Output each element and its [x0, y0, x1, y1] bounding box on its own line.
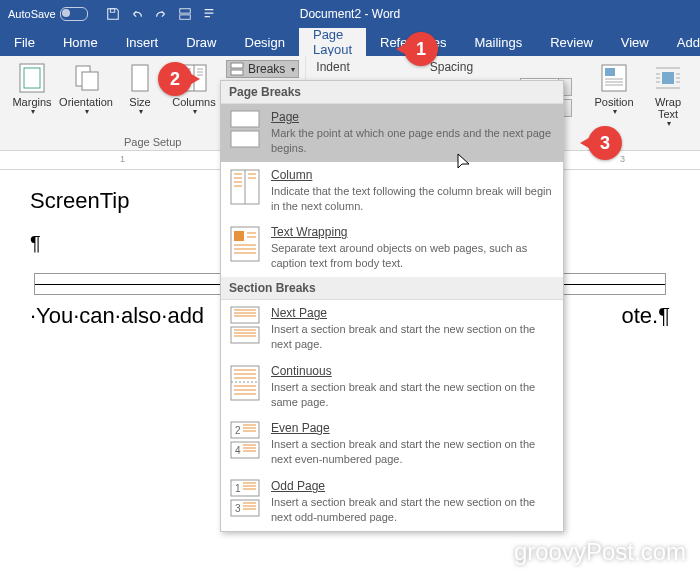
section-breaks-header: Section Breaks	[221, 277, 563, 300]
svg-text:4: 4	[235, 445, 241, 456]
svg-rect-15	[231, 111, 259, 127]
watermark: groovyPost.com	[514, 538, 686, 566]
indent-label: Indent	[316, 60, 349, 74]
column-break-icon	[229, 168, 261, 206]
menu-insert[interactable]: Insert	[112, 28, 173, 56]
margins-icon	[16, 62, 48, 94]
break-oddpage-item[interactable]: 13 Odd PageInsert a section break and st…	[221, 473, 563, 531]
callout-3: 3	[588, 126, 622, 160]
size-button[interactable]: Size▾	[114, 60, 166, 119]
menu-file[interactable]: File	[0, 28, 49, 56]
menu-view[interactable]: View	[607, 28, 663, 56]
toggle-off-icon[interactable]	[60, 7, 88, 21]
page-breaks-header: Page Breaks	[221, 81, 563, 104]
menu-review[interactable]: Review	[536, 28, 607, 56]
breaks-icon[interactable]	[178, 7, 192, 21]
svg-rect-23	[231, 366, 259, 400]
cursor-icon	[456, 152, 472, 172]
textwrap-break-icon	[229, 225, 261, 263]
svg-rect-21	[231, 307, 259, 323]
menu-design[interactable]: Design	[231, 28, 299, 56]
autosave-toggle[interactable]: AutoSave	[8, 7, 88, 21]
redo-icon[interactable]	[154, 7, 168, 21]
svg-rect-11	[231, 70, 243, 75]
svg-rect-22	[231, 327, 259, 343]
svg-rect-16	[231, 131, 259, 147]
callout-1: 1	[404, 32, 438, 66]
continuous-icon	[229, 364, 261, 402]
position-icon	[598, 62, 630, 94]
undo-icon[interactable]	[130, 7, 144, 21]
menu-bar: File Home Insert Draw Design Page Layout…	[0, 28, 700, 56]
margins-button[interactable]: Margins▾	[6, 60, 58, 119]
wrap-text-icon	[652, 62, 684, 94]
svg-rect-2	[179, 15, 190, 19]
svg-rect-14	[662, 72, 674, 84]
break-column-item[interactable]: ColumnIndicate that the text following t…	[221, 162, 563, 220]
breaks-dropdown: Page Breaks PageMark the point at which …	[220, 80, 564, 532]
breaks-small-icon	[230, 62, 244, 76]
breaks-button[interactable]: Breaks▾	[226, 60, 299, 78]
wrap-text-button[interactable]: Wrap Text▾	[642, 60, 694, 146]
callout-2: 2	[158, 62, 192, 96]
page-break-icon	[229, 110, 261, 148]
break-page-item[interactable]: PageMark the point at which one page end…	[221, 104, 563, 162]
document-title: Document2 - Word	[300, 7, 400, 21]
quick-access-toolbar	[106, 7, 216, 21]
spacing-label: Spacing	[430, 60, 473, 74]
svg-rect-6	[82, 72, 98, 90]
size-icon	[124, 62, 156, 94]
oddpage-icon: 13	[229, 479, 261, 517]
svg-text:3: 3	[235, 503, 241, 514]
menu-home[interactable]: Home	[49, 28, 112, 56]
svg-rect-7	[132, 65, 148, 91]
menu-page-layout[interactable]: Page Layout	[299, 28, 366, 56]
svg-rect-20	[234, 231, 244, 241]
nextpage-icon	[229, 306, 261, 344]
break-nextpage-item[interactable]: Next PageInsert a section break and star…	[221, 300, 563, 358]
autosave-label: AutoSave	[8, 8, 56, 20]
svg-text:2: 2	[235, 425, 241, 436]
orientation-button[interactable]: Orientation▾	[60, 60, 112, 119]
svg-rect-10	[231, 63, 243, 68]
evenpage-icon: 24	[229, 421, 261, 459]
menu-draw[interactable]: Draw	[172, 28, 230, 56]
menu-mailings[interactable]: Mailings	[460, 28, 536, 56]
svg-rect-1	[179, 9, 190, 13]
svg-rect-13	[605, 68, 615, 76]
svg-text:1: 1	[235, 483, 241, 494]
save-icon[interactable]	[106, 7, 120, 21]
menu-addins[interactable]: Add-	[663, 28, 700, 56]
format-icon[interactable]	[202, 7, 216, 21]
title-bar: AutoSave Document2 - Word	[0, 0, 700, 28]
break-evenpage-item[interactable]: 24 Even PageInsert a section break and s…	[221, 415, 563, 473]
break-textwrap-item[interactable]: Text WrappingSeparate text around object…	[221, 219, 563, 277]
orientation-icon	[70, 62, 102, 94]
break-continuous-item[interactable]: ContinuousInsert a section break and sta…	[221, 358, 563, 416]
